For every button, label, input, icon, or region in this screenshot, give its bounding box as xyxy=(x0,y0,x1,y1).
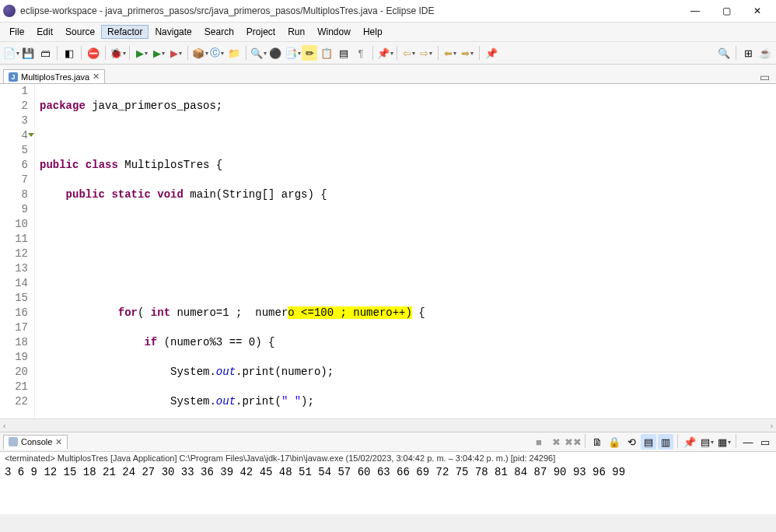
title-bar: eclipse-workspace - java_primeros_pasos/… xyxy=(0,0,776,23)
pin-editor-button[interactable]: 📌 xyxy=(484,45,499,61)
menu-edit[interactable]: Edit xyxy=(30,25,59,39)
forward-button[interactable]: ➡ xyxy=(460,45,475,61)
zoom-button[interactable]: 🔍 xyxy=(716,45,732,61)
open-console-button[interactable]: ▦ xyxy=(716,434,732,450)
code-area[interactable]: package java_primeros_pasos; public clas… xyxy=(35,84,776,418)
remove-all-button[interactable]: ✖✖ xyxy=(565,434,581,450)
separator xyxy=(585,434,585,448)
highlighted-code: o <=100 ; numero++) xyxy=(288,306,412,319)
new-button[interactable]: 📄 xyxy=(3,45,19,61)
whitespace-button[interactable]: ¶ xyxy=(353,45,369,61)
toggle-mark-button[interactable]: ⚫ xyxy=(267,45,283,61)
menu-file[interactable]: File xyxy=(3,25,30,39)
menu-bar: File Edit Source Refactor Navigate Searc… xyxy=(0,23,776,42)
menu-search[interactable]: Search xyxy=(198,25,240,39)
editor-tabs: J MultiplosTres.java ✕ ▭ xyxy=(0,65,776,83)
eclipse-logo-icon xyxy=(3,5,16,17)
highlighter-button[interactable]: ✏ xyxy=(302,45,317,61)
separator xyxy=(736,434,736,448)
search-button[interactable]: 🔍 xyxy=(250,45,266,61)
minimize-view-button[interactable]: — xyxy=(740,434,756,450)
scroll-right-icon[interactable]: › xyxy=(771,422,773,430)
separator xyxy=(479,46,480,60)
separator xyxy=(397,46,397,60)
window-title: eclipse-workspace - java_primeros_pasos/… xyxy=(20,5,680,16)
java-file-icon: J xyxy=(9,72,18,82)
menu-window[interactable]: Window xyxy=(311,25,357,39)
open-type-button[interactable]: 📁 xyxy=(226,45,242,61)
menu-project[interactable]: Project xyxy=(240,25,281,39)
toggle-button[interactable]: ◧ xyxy=(61,45,77,61)
console-header: Console ✕ ■ ✖ ✖✖ 🗎 🔒 ⟲ ▤ ▥ 📌 ▤ ▦ — ▭ xyxy=(0,432,776,452)
separator xyxy=(105,46,106,60)
separator xyxy=(187,46,188,60)
show-on-output-button[interactable]: ▥ xyxy=(658,434,673,450)
separator xyxy=(246,46,246,60)
restore-view-icon[interactable]: ▭ xyxy=(760,71,770,83)
open-perspective-button[interactable]: ⊞ xyxy=(740,45,756,61)
maximize-view-button[interactable]: ▭ xyxy=(757,434,773,450)
close-console-icon[interactable]: ✕ xyxy=(55,437,62,447)
wrap-button[interactable]: ▤ xyxy=(336,45,351,61)
back-button[interactable]: ⬅ xyxy=(442,45,458,61)
menu-navigate[interactable]: Navigate xyxy=(149,25,197,39)
bookmark-button[interactable]: 📑 xyxy=(285,45,300,61)
terminate-button[interactable]: ■ xyxy=(531,434,547,450)
save-button[interactable]: 💾 xyxy=(20,45,36,61)
close-button[interactable]: ✕ xyxy=(742,0,773,22)
separator xyxy=(736,46,736,60)
pin-button[interactable]: 📌 xyxy=(377,45,393,61)
remove-launch-button[interactable]: ✖ xyxy=(548,434,564,450)
console-label: Console xyxy=(21,437,52,446)
separator xyxy=(372,46,373,60)
new-class-button[interactable]: Ⓒ xyxy=(209,45,225,61)
scroll-lock-button[interactable]: 🔒 xyxy=(606,434,622,450)
scroll-left-icon[interactable]: ‹ xyxy=(3,422,5,430)
clear-console-button[interactable]: 🗎 xyxy=(589,434,605,450)
prev-edit-button[interactable]: ⇦ xyxy=(401,45,417,61)
ext-tools-button[interactable]: ▶ xyxy=(168,45,184,61)
menu-help[interactable]: Help xyxy=(357,25,389,39)
pin-console-button[interactable]: 📌 xyxy=(682,434,697,450)
minimize-button[interactable]: — xyxy=(680,0,711,22)
editor-tab-label: MultiplosTres.java xyxy=(21,72,89,82)
editor-horizontal-scrollbar[interactable]: ‹ › xyxy=(0,418,776,432)
display-selected-console-button[interactable]: ▤ xyxy=(699,434,715,450)
next-edit-button[interactable]: ⇨ xyxy=(418,45,434,61)
line-number-gutter: 1 2 3 4 5 6 7 8 9 10 11 12 13 14 15 16 1… xyxy=(0,84,35,418)
menu-run[interactable]: Run xyxy=(281,25,311,39)
maximize-button[interactable]: ▢ xyxy=(711,0,742,22)
coverage-button[interactable]: ▶ xyxy=(151,45,166,61)
run-button[interactable]: ▶ xyxy=(134,45,149,61)
console-icon xyxy=(9,437,18,446)
menu-source[interactable]: Source xyxy=(59,25,101,39)
editor-tab-multiplostres[interactable]: J MultiplosTres.java ✕ xyxy=(3,69,105,83)
console-output[interactable]: 3 6 9 12 15 18 21 24 27 30 33 36 39 42 4… xyxy=(0,464,776,514)
annotation-button[interactable]: 📋 xyxy=(319,45,334,61)
code-editor[interactable]: 1 2 3 4 5 6 7 8 9 10 11 12 13 14 15 16 1… xyxy=(0,83,776,418)
console-status: <terminated> MultiplosTres [Java Applica… xyxy=(0,452,776,464)
separator xyxy=(677,434,678,448)
menu-refactor[interactable]: Refactor xyxy=(101,25,149,39)
skip-breakpoints-button[interactable]: ⛔ xyxy=(86,45,101,61)
debug-button[interactable]: 🐞 xyxy=(110,45,125,61)
java-perspective-button[interactable]: ☕ xyxy=(757,45,773,61)
separator xyxy=(81,46,82,60)
word-wrap-button[interactable]: ⟲ xyxy=(624,434,639,450)
separator xyxy=(438,46,439,60)
console-tab[interactable]: Console ✕ xyxy=(3,435,68,450)
new-package-button[interactable]: 📦 xyxy=(192,45,208,61)
toolbar: 📄 💾 🗃 ◧ ⛔ 🐞 ▶ ▶ ▶ 📦 Ⓒ 📁 🔍 ⚫ 📑 ✏ 📋 ▤ ¶ 📌 … xyxy=(0,42,776,65)
save-all-button[interactable]: 🗃 xyxy=(37,45,53,61)
separator xyxy=(129,46,130,60)
separator xyxy=(57,46,58,60)
close-tab-icon[interactable]: ✕ xyxy=(93,72,100,82)
show-console-button[interactable]: ▤ xyxy=(641,434,656,450)
